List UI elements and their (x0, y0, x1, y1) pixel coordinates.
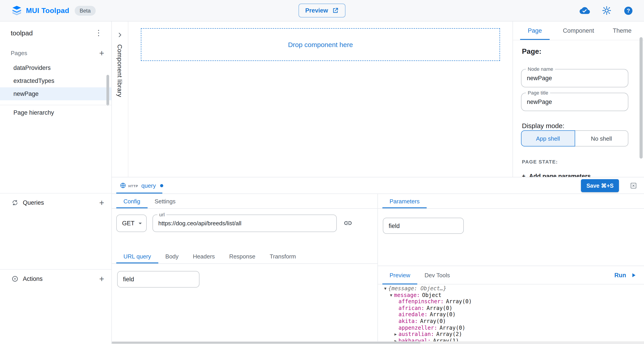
app-shell-option[interactable]: App shell (521, 130, 575, 146)
config-tabs: Config Settings (112, 194, 378, 209)
plus-icon: + (522, 173, 526, 177)
theme-toggle-icon[interactable] (602, 6, 611, 15)
divider (0, 269, 111, 270)
add-action-button[interactable]: + (98, 274, 106, 283)
result-tabs: Preview Dev Tools Run (378, 266, 644, 284)
tab-transform[interactable]: Transform (262, 249, 303, 263)
url-field: url (152, 215, 337, 232)
json-tree-row[interactable]: ▶australian:Array(2) (382, 331, 644, 337)
json-tree-row[interactable]: appenzeller:Array(0) (382, 324, 644, 331)
query-editor-panel: HTTP query Save ⌘+S Config Settings (112, 177, 644, 344)
tab-config[interactable]: Config (116, 194, 147, 208)
drop-zone[interactable]: Drop component here (141, 28, 500, 61)
json-tree-row[interactable]: ▼{message: Object…} (382, 285, 644, 292)
tab-url-query[interactable]: URL query (116, 249, 158, 263)
sidebar-item-newpage[interactable]: newPage (0, 87, 111, 100)
sidebar-item-dataproviders[interactable]: dataProviders (0, 61, 111, 74)
project-menu-icon[interactable]: ⋮ (95, 29, 102, 37)
query-editor-body: Config Settings GET url (112, 194, 644, 344)
horizontal-scrollbar[interactable] (112, 341, 644, 344)
parameter-field (383, 218, 464, 234)
tab-preview[interactable]: Preview (382, 266, 418, 284)
parameters-preview-pane: Parameters Preview Dev Tools Run (378, 194, 644, 344)
query-tab[interactable]: HTTP query (117, 177, 166, 194)
queries-icon (12, 199, 18, 206)
component-library-toggle[interactable]: Component library (112, 22, 128, 177)
tab-headers[interactable]: Headers (186, 249, 222, 263)
query-name-label: query (141, 182, 156, 189)
toolpad-logo-icon (12, 5, 22, 16)
page-title-label: Page title (526, 90, 550, 96)
svg-text:?: ? (627, 8, 630, 14)
preview-button[interactable]: Preview (298, 4, 346, 18)
pages-scrollbar-thumb[interactable] (106, 75, 109, 106)
tab-theme[interactable]: Theme (600, 22, 644, 40)
json-preview-tree[interactable]: ▼{message: Object…} ▼message:Object affe… (378, 284, 644, 341)
queries-section-header: Queries + (0, 196, 111, 209)
tab-settings[interactable]: Settings (147, 194, 183, 208)
json-tree-row[interactable]: airedale:Array(0) (382, 311, 644, 318)
actions-section-header: Actions + (0, 272, 111, 285)
tab-dev-tools[interactable]: Dev Tools (418, 266, 457, 284)
display-mode-toggle: App shell No shell (521, 130, 628, 146)
external-link-icon (332, 7, 339, 14)
horizontal-scrollbar-thumb[interactable] (112, 342, 420, 343)
pages-section-label: Pages (11, 50, 27, 56)
app-bar-actions: ? (580, 5, 633, 16)
url-input[interactable] (153, 215, 336, 232)
actions-icon (12, 275, 18, 282)
unsaved-indicator-dot (160, 184, 163, 187)
json-tree-row[interactable]: ▶bakharwal:Array(1) (382, 338, 644, 341)
tab-parameters[interactable]: Parameters (382, 194, 427, 208)
request-config-pane: Config Settings GET url (112, 194, 378, 344)
tab-body[interactable]: Body (158, 249, 186, 263)
close-panel-icon[interactable] (630, 182, 637, 190)
parameters-tabs: Parameters (378, 194, 644, 209)
tab-response[interactable]: Response (222, 249, 262, 263)
method-select[interactable]: GET (116, 215, 147, 232)
parameter-input[interactable] (383, 218, 463, 233)
divider (0, 105, 111, 105)
cloud-sync-icon[interactable] (580, 5, 590, 16)
query-protocol-label: HTTP (128, 184, 138, 188)
app-title: MUI Toolpad (26, 7, 69, 15)
request-tabs: URL query Body Headers Response Transfor… (112, 249, 378, 264)
tab-page[interactable]: Page (513, 22, 556, 40)
actions-section-label: Actions (23, 275, 43, 282)
inspector-scrollbar-thumb[interactable] (640, 37, 643, 158)
queries-section-label: Queries (23, 199, 44, 206)
project-name: toolpad (11, 29, 33, 37)
beta-badge: Beta (75, 6, 96, 16)
inspector-tabs: Page Component Theme (513, 22, 644, 40)
drop-zone-text: Drop component here (288, 41, 353, 48)
app-bar: MUI Toolpad Beta Preview (0, 0, 644, 22)
url-query-param-field (117, 271, 200, 288)
url-query-param-input[interactable] (118, 271, 199, 287)
toolpad-app: MUI Toolpad Beta Preview (0, 0, 644, 344)
http-icon (120, 182, 126, 189)
save-button[interactable]: Save ⌘+S (581, 179, 619, 192)
add-query-button[interactable]: + (98, 198, 106, 207)
json-tree-row[interactable]: african:Array(0) (382, 305, 644, 311)
add-page-button[interactable]: + (98, 49, 106, 57)
json-tree-row[interactable]: affenpinscher:Array(0) (382, 298, 644, 305)
page-title-field: Page title (521, 93, 628, 111)
run-button[interactable]: Run (607, 266, 644, 284)
page-state-label: PAGE STATE: (522, 159, 558, 164)
sidebar-item-extractedtypes[interactable]: extractedTypes (0, 74, 111, 87)
json-tree-row[interactable]: akita:Array(0) (382, 318, 644, 324)
sidebar-item-page-hierarchy[interactable]: Page hierarchy (0, 106, 111, 119)
no-shell-option[interactable]: No shell (574, 130, 628, 146)
brand-home-link[interactable]: MUI Toolpad (12, 5, 69, 16)
explorer-sidebar: toolpad ⋮ Pages + dataProviders extracte… (0, 22, 112, 344)
link-icon[interactable] (344, 219, 352, 228)
tab-component[interactable]: Component (556, 22, 600, 40)
canvas-area: Component library Drop component here (112, 22, 512, 177)
inspector-heading: Page: (522, 48, 541, 56)
display-mode-label: Display mode: (522, 122, 564, 129)
json-tree-row[interactable]: ▼message:Object (382, 292, 644, 298)
add-page-parameters-button[interactable]: + Add page parameters (522, 173, 591, 177)
help-icon[interactable]: ? (624, 6, 633, 16)
url-field-label: url (158, 212, 166, 218)
node-name-field: Node name (521, 69, 628, 87)
